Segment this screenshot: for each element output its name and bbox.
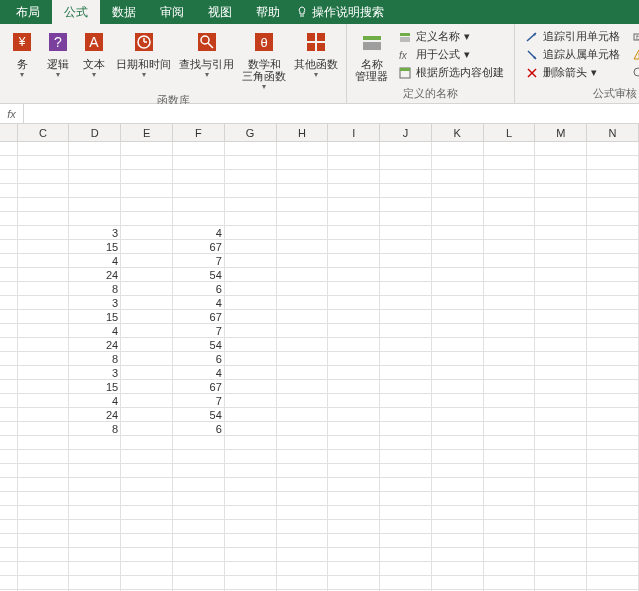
- cell-C9[interactable]: [18, 254, 70, 268]
- cell-L14[interactable]: [484, 324, 536, 338]
- cell-G27[interactable]: [225, 506, 277, 520]
- cell-K31[interactable]: [432, 562, 484, 576]
- cell-G19[interactable]: [225, 394, 277, 408]
- cell-E9[interactable]: [121, 254, 173, 268]
- cell-N9[interactable]: [587, 254, 639, 268]
- cell-E6[interactable]: [121, 212, 173, 226]
- cell-H14[interactable]: [277, 324, 329, 338]
- cell-M31[interactable]: [535, 562, 587, 576]
- cell-N3[interactable]: [587, 170, 639, 184]
- cell-H6[interactable]: [277, 212, 329, 226]
- cell-K9[interactable]: [432, 254, 484, 268]
- cell-J32[interactable]: [380, 576, 432, 590]
- cell-G22[interactable]: [225, 436, 277, 450]
- cell-H12[interactable]: [277, 296, 329, 310]
- cell-I12[interactable]: [328, 296, 380, 310]
- cell-E22[interactable]: [121, 436, 173, 450]
- cell-G25[interactable]: [225, 478, 277, 492]
- cell[interactable]: [0, 394, 18, 408]
- cell-N6[interactable]: [587, 212, 639, 226]
- cell-G31[interactable]: [225, 562, 277, 576]
- cell-F20[interactable]: 54: [173, 408, 225, 422]
- cell-K15[interactable]: [432, 338, 484, 352]
- cell-J13[interactable]: [380, 310, 432, 324]
- cell-K8[interactable]: [432, 240, 484, 254]
- cell-K32[interactable]: [432, 576, 484, 590]
- cell-D3[interactable]: [69, 170, 121, 184]
- cell-M28[interactable]: [535, 520, 587, 534]
- cell-C23[interactable]: [18, 450, 70, 464]
- cell-J31[interactable]: [380, 562, 432, 576]
- cell[interactable]: [0, 576, 18, 590]
- cell-G14[interactable]: [225, 324, 277, 338]
- column-header-M[interactable]: M: [535, 124, 587, 141]
- cell-G3[interactable]: [225, 170, 277, 184]
- cell-N24[interactable]: [587, 464, 639, 478]
- cell-K4[interactable]: [432, 184, 484, 198]
- cell[interactable]: [0, 142, 18, 156]
- cell-E28[interactable]: [121, 520, 173, 534]
- cell[interactable]: [0, 254, 18, 268]
- cell-M26[interactable]: [535, 492, 587, 506]
- cell-N11[interactable]: [587, 282, 639, 296]
- cell-N20[interactable]: [587, 408, 639, 422]
- cell-I18[interactable]: [328, 380, 380, 394]
- cell-C7[interactable]: [18, 226, 70, 240]
- cell[interactable]: [0, 226, 18, 240]
- cell-I19[interactable]: [328, 394, 380, 408]
- cell-J20[interactable]: [380, 408, 432, 422]
- cell-J27[interactable]: [380, 506, 432, 520]
- cell-K19[interactable]: [432, 394, 484, 408]
- name-manager-button[interactable]: 名称 管理器: [351, 26, 392, 84]
- cell-L2[interactable]: [484, 156, 536, 170]
- cell-L31[interactable]: [484, 562, 536, 576]
- cell-H26[interactable]: [277, 492, 329, 506]
- cell-F28[interactable]: [173, 520, 225, 534]
- cell-M16[interactable]: [535, 352, 587, 366]
- cell-F8[interactable]: 67: [173, 240, 225, 254]
- cell-D6[interactable]: [69, 212, 121, 226]
- cell[interactable]: [0, 492, 18, 506]
- cell-I13[interactable]: [328, 310, 380, 324]
- cell-C26[interactable]: [18, 492, 70, 506]
- cell-M14[interactable]: [535, 324, 587, 338]
- cell-L1[interactable]: [484, 142, 536, 156]
- cell-K7[interactable]: [432, 226, 484, 240]
- cell-F29[interactable]: [173, 534, 225, 548]
- cell-D30[interactable]: [69, 548, 121, 562]
- column-header-G[interactable]: G: [225, 124, 277, 141]
- fx-icon[interactable]: fx: [0, 104, 24, 123]
- cell-F27[interactable]: [173, 506, 225, 520]
- remove-arrows-button[interactable]: 删除箭头 ▾: [523, 64, 622, 81]
- cell-H27[interactable]: [277, 506, 329, 520]
- cell-G30[interactable]: [225, 548, 277, 562]
- cell-I3[interactable]: [328, 170, 380, 184]
- cell-E18[interactable]: [121, 380, 173, 394]
- cell-N21[interactable]: [587, 422, 639, 436]
- cell-G29[interactable]: [225, 534, 277, 548]
- cell-K18[interactable]: [432, 380, 484, 394]
- show-formulas-button[interactable]: fx显示公式: [630, 28, 639, 45]
- cell-G1[interactable]: [225, 142, 277, 156]
- trace-precedents-button[interactable]: 追踪引用单元格: [523, 28, 622, 45]
- cell-N19[interactable]: [587, 394, 639, 408]
- cell-I11[interactable]: [328, 282, 380, 296]
- cell-I29[interactable]: [328, 534, 380, 548]
- cell-C32[interactable]: [18, 576, 70, 590]
- cell-E24[interactable]: [121, 464, 173, 478]
- cell-K30[interactable]: [432, 548, 484, 562]
- cell-E13[interactable]: [121, 310, 173, 324]
- cell-H16[interactable]: [277, 352, 329, 366]
- cell-J14[interactable]: [380, 324, 432, 338]
- cell-E3[interactable]: [121, 170, 173, 184]
- cell-H15[interactable]: [277, 338, 329, 352]
- cell-D21[interactable]: 8: [69, 422, 121, 436]
- cell-H8[interactable]: [277, 240, 329, 254]
- cell-C12[interactable]: [18, 296, 70, 310]
- cell-N15[interactable]: [587, 338, 639, 352]
- formula-input[interactable]: [24, 104, 639, 123]
- cell-C1[interactable]: [18, 142, 70, 156]
- cell-G24[interactable]: [225, 464, 277, 478]
- create-from-selection-button[interactable]: 根据所选内容创建: [396, 64, 506, 81]
- cell-I6[interactable]: [328, 212, 380, 226]
